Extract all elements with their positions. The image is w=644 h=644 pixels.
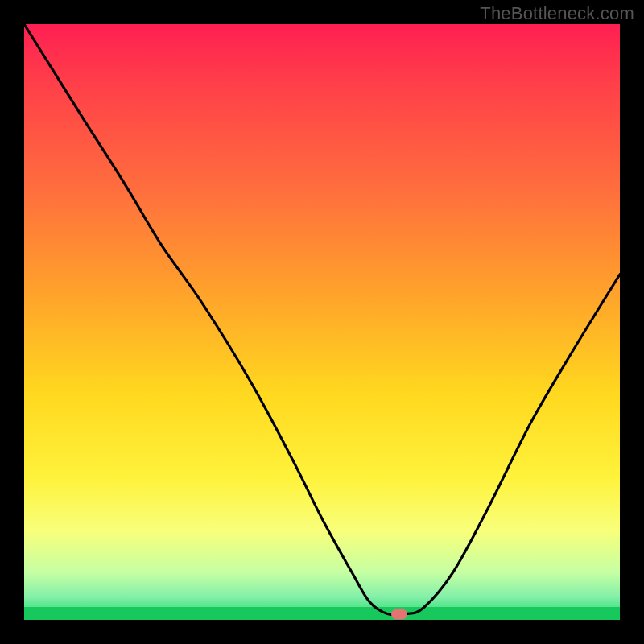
chart-container: TheBottleneck.com xyxy=(0,0,644,644)
curve-svg xyxy=(24,24,620,620)
bottleneck-curve xyxy=(24,24,620,615)
watermark-text: TheBottleneck.com xyxy=(480,3,634,24)
optimal-marker xyxy=(391,609,407,619)
plot-area xyxy=(24,24,620,620)
